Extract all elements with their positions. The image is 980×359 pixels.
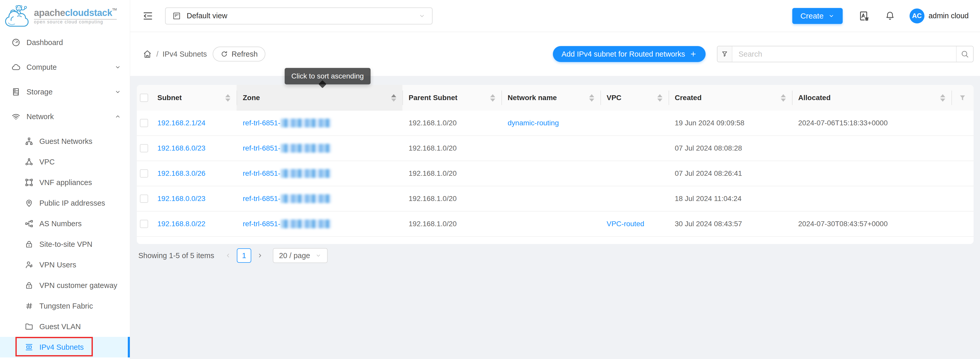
page-header: / IPv4 Subnets Refresh Add IPv4 subnet f… — [130, 32, 980, 76]
chevron-down-icon — [115, 89, 121, 95]
lock-icon — [25, 240, 33, 249]
sidebar-item-storage[interactable]: Storage — [0, 81, 130, 102]
chevron-down-icon — [828, 13, 834, 19]
column-header-zone[interactable]: Zone — [237, 85, 402, 111]
funnel-icon[interactable] — [959, 94, 966, 102]
zone-link[interactable]: ref-trl-6851- — [243, 169, 280, 177]
create-button[interactable]: Create — [792, 8, 843, 24]
sidebar-item-label: VPN Users — [39, 261, 76, 269]
subnet-link[interactable]: 192.168.6.0/23 — [158, 144, 205, 152]
column-header-label: Network name — [508, 94, 587, 102]
bell-icon[interactable] — [885, 10, 895, 22]
sort-carets-icon — [657, 94, 662, 102]
row-checkbox[interactable] — [140, 195, 148, 203]
zone-link[interactable]: ref-trl-6851- — [243, 119, 280, 127]
subnet-link[interactable]: 192.168.2.1/24 — [158, 119, 205, 127]
cell-vpc — [600, 111, 668, 136]
page-size-select[interactable]: 20 / page — [273, 248, 328, 263]
sidebar-item-vpc[interactable]: VPC — [0, 152, 130, 172]
sidebar-item-ipv4-subnets[interactable]: IPv4 Subnets — [0, 337, 130, 357]
row-checkbox[interactable] — [140, 144, 148, 152]
row-checkbox[interactable] — [140, 169, 148, 177]
table-header-filter-cell — [951, 85, 974, 111]
cell-subnet: 192.168.8.0/22 — [151, 212, 237, 236]
row-checkbox-cell — [137, 186, 151, 211]
cell-zone: ref-trl-6851- — [237, 111, 402, 136]
pagination-next-button[interactable] — [255, 248, 265, 263]
main-area: Default view Create — [130, 0, 980, 359]
sidebar-item-network[interactable]: Network — [0, 106, 130, 127]
table-header-checkbox-cell — [137, 85, 151, 111]
column-header-allocated[interactable]: Allocated — [792, 85, 951, 111]
parent-subnet-value: 192.168.1.0/20 — [409, 220, 457, 228]
translation-icon[interactable] — [859, 10, 870, 22]
table-row: 192.168.6.0/23ref-trl-6851-192.168.1.0/2… — [137, 136, 974, 161]
content-area: SubnetZoneParent SubnetNetwork nameVPCCr… — [130, 76, 980, 359]
view-selector[interactable]: Default view — [165, 8, 433, 24]
user-name[interactable]: admin cloud — [929, 11, 969, 20]
row-checkbox[interactable] — [140, 220, 148, 228]
sidebar-item-as-numbers[interactable]: AS Numbers — [0, 213, 130, 234]
column-header-vpc[interactable]: VPC — [600, 85, 668, 111]
sidebar-item-public-ip-addresses[interactable]: Public IP addresses — [0, 193, 130, 213]
search-input[interactable] — [732, 46, 956, 62]
user-avatar[interactable]: AC — [910, 8, 924, 24]
column-header-parent[interactable]: Parent Subnet — [402, 85, 501, 111]
row-checkbox-cell — [137, 212, 151, 236]
sidebar-item-compute[interactable]: Compute — [0, 57, 130, 77]
row-checkbox[interactable] — [140, 119, 148, 127]
sidebar-item-tungsten-fabric[interactable]: Tungsten Fabric — [0, 296, 130, 316]
column-header-network[interactable]: Network name — [501, 85, 600, 111]
pagination-prev-button[interactable] — [223, 248, 233, 263]
sidebar-item-vpn-users[interactable]: VPN Users — [0, 255, 130, 275]
page-size-value: 20 / page — [279, 251, 310, 260]
sidebar-item-label: AS Numbers — [39, 220, 81, 228]
column-header-label: VPC — [607, 94, 655, 102]
sidebar-item-vnf-appliances[interactable]: VNF appliances — [0, 172, 130, 193]
network-name-link[interactable]: dynamic-routing — [508, 119, 559, 127]
cell-allocated — [792, 161, 951, 186]
brand-trademark: TM — [112, 8, 117, 11]
sidebar-item-site-to-site-vpn[interactable]: Site-to-site VPN — [0, 234, 130, 255]
sidebar-item-label: Storage — [27, 88, 53, 96]
zone-link[interactable]: ref-trl-6851- — [243, 220, 280, 228]
cell-subnet: 192.168.0.0/23 — [151, 186, 237, 211]
allocated-value: 2024-07-30T08:43:57+0000 — [798, 220, 888, 228]
pagination-page-1[interactable]: 1 — [237, 248, 251, 263]
cell-created: 18 Jul 2024 11:04:24 — [668, 186, 792, 211]
column-header-created[interactable]: Created — [668, 85, 792, 111]
brand-logo[interactable]: apachecloudstackTM open source cloud com… — [0, 0, 130, 32]
ipv4-subnet-icon — [25, 343, 33, 351]
sidebar-item-guest-vlan[interactable]: Guest VLAN — [0, 316, 130, 337]
add-ipv4-subnet-button[interactable]: Add IPv4 subnet for Routed networks — [553, 46, 706, 62]
cell-vpc — [600, 161, 668, 186]
select-all-checkbox[interactable] — [140, 94, 148, 102]
topbar: Default view Create — [130, 0, 980, 32]
cell-vpc — [600, 136, 668, 161]
sidebar-item-guest-networks[interactable]: Guest Networks — [0, 131, 130, 152]
vpc-link[interactable]: VPC-routed — [607, 220, 644, 228]
table-row: 192.168.0.0/23ref-trl-6851-192.168.1.0/2… — [137, 186, 974, 212]
filter-icon[interactable] — [718, 46, 732, 62]
create-button-label: Create — [800, 11, 824, 20]
chevron-down-icon — [115, 64, 121, 70]
menu-fold-icon[interactable] — [142, 11, 153, 21]
cell-filter-spacer — [951, 212, 974, 236]
cloudstack-app: { "brand": { "name_gray": "apache", "nam… — [0, 0, 980, 359]
subnet-link[interactable]: 192.168.0.0/23 — [158, 195, 205, 203]
zone-link[interactable]: ref-trl-6851- — [243, 144, 280, 152]
breadcrumb-separator: / — [156, 50, 158, 58]
column-header-subnet[interactable]: Subnet — [151, 85, 237, 111]
sidebar-item-vpn-customer-gateway[interactable]: VPN customer gateway — [0, 275, 130, 296]
brand-name-cloudstack: cloudstack — [65, 8, 112, 18]
sidebar-item-label: Guest VLAN — [39, 322, 81, 331]
sidebar-item-dashboard[interactable]: Dashboard — [0, 32, 130, 53]
sidebar-item-label: VPC — [39, 158, 55, 166]
subnet-link[interactable]: 192.168.8.0/22 — [158, 220, 205, 228]
zone-link[interactable]: ref-trl-6851- — [243, 195, 280, 203]
home-icon[interactable] — [142, 49, 152, 59]
search-icon[interactable] — [956, 46, 973, 62]
refresh-button[interactable]: Refresh — [213, 46, 266, 62]
column-header-label: Subnet — [158, 94, 223, 102]
subnet-link[interactable]: 192.168.3.0/26 — [158, 169, 205, 177]
